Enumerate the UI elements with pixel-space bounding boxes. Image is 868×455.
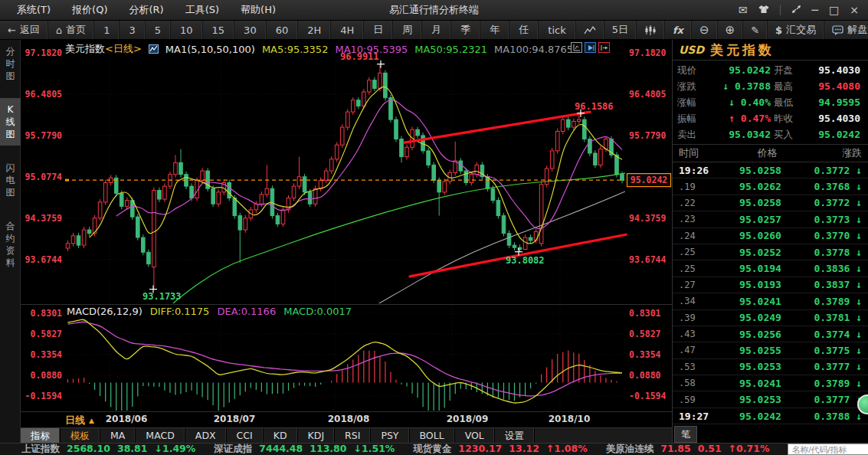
ticker-name: 美原油连续 xyxy=(606,443,654,455)
indicator-tab-MA[interactable]: MA xyxy=(100,428,136,443)
tape-row-14[interactable]: .5995.02530.3777 ↓ xyxy=(673,391,868,408)
tab-pen[interactable]: 笔 xyxy=(674,426,697,443)
mail-icon[interactable]: ✉ xyxy=(739,5,748,15)
menu-1[interactable]: 报价(Q) xyxy=(63,1,116,19)
arrow-down-icon: ↓ xyxy=(856,263,862,274)
skin-icon[interactable] xyxy=(758,5,769,15)
tape-row-9[interactable]: .3995.02490.3781 ↓ xyxy=(673,310,868,326)
tape-change: 0.3775 ↓ xyxy=(798,345,862,356)
tape-row-3[interactable]: .2395.02570.3773 ↓ xyxy=(673,211,868,228)
indicator-tab-VOL[interactable]: VOL xyxy=(455,428,495,443)
period-button-1[interactable]: 1 xyxy=(94,21,120,39)
tape-row-2[interactable]: .2295.02580.3772 ↓ xyxy=(673,195,868,211)
period-label: 月 xyxy=(431,23,441,37)
period-button-5[interactable]: 5 xyxy=(146,21,171,39)
fx-trade-button[interactable]: $ 汇交易 xyxy=(768,21,824,39)
indicator-tab-模板[interactable]: 模板 xyxy=(61,428,100,443)
search-input[interactable] xyxy=(788,444,868,455)
period-button-月[interactable]: 月 xyxy=(422,21,451,39)
back-button[interactable]: ← 返回 xyxy=(0,21,48,39)
tape-row-12[interactable]: .5395.02530.3777 ↓ xyxy=(673,359,868,375)
svg-text:-0.1594: -0.1594 xyxy=(25,391,63,401)
tape-row-1[interactable]: .1995.02620.3768 ↓ xyxy=(673,178,868,195)
zoom-in-button[interactable]: ⊕ xyxy=(718,21,744,39)
tape-time: .34 xyxy=(679,296,723,306)
indicator-tab-KD[interactable]: KD xyxy=(264,428,298,443)
home-button[interactable]: ⌂ 首页 xyxy=(48,21,94,39)
quote-label-0: 现价 xyxy=(677,62,709,78)
tape-row-15[interactable]: 19:2795.02420.3788 ↓ xyxy=(673,408,868,424)
tape-time: .53 xyxy=(679,362,723,372)
indicator-tab-RSI[interactable]: RSI xyxy=(335,428,371,443)
minimize-icon[interactable]: ─ xyxy=(812,5,818,15)
tape-row-11[interactable]: .4795.02550.3775 ↓ xyxy=(673,342,868,358)
candlestick-chart[interactable]: 97.182097.182096.480596.480595.779095.77… xyxy=(21,40,672,427)
menu-3[interactable]: 工具(S) xyxy=(176,1,228,19)
sidebar-item-1[interactable]: K 线 图 xyxy=(0,98,21,146)
close-icon[interactable]: × xyxy=(850,5,859,15)
period-button-15[interactable]: 15 xyxy=(203,21,235,39)
sidebar-item-2[interactable]: 闪 电 图 xyxy=(0,156,21,204)
period-button-任[interactable]: 任 xyxy=(509,21,539,39)
period-button-2H[interactable]: 2H xyxy=(298,21,331,39)
play-forward-icon[interactable] xyxy=(585,42,596,53)
zoom-out-button[interactable]: ⊖ xyxy=(692,21,718,39)
indicator-tab-BOLL[interactable]: BOLL xyxy=(410,428,455,443)
period-button-季[interactable]: 季 xyxy=(451,21,480,39)
tape-change: 0.3774 ↓ xyxy=(798,329,862,340)
svg-text:96.4805: 96.4805 xyxy=(629,89,667,100)
period-button-tick[interactable]: tick xyxy=(539,21,575,39)
sidebar-item-0[interactable]: 分 时 图 xyxy=(0,40,21,87)
menu-2[interactable]: 分析(R) xyxy=(120,1,172,19)
exit-right-icon[interactable] xyxy=(598,42,610,53)
tape-row-13[interactable]: .5895.02410.3789 ↓ xyxy=(673,375,868,391)
tape-row-7[interactable]: .2795.01930.3837 ↓ xyxy=(673,277,868,293)
tape-row-0[interactable]: 19:2695.02580.3772 ↓ xyxy=(673,162,868,178)
period-button-10[interactable]: 10 xyxy=(171,21,203,39)
tape-change: 0.3778 ↓ xyxy=(798,247,862,258)
period-label: 30 xyxy=(244,25,257,36)
candlestick-button[interactable] xyxy=(637,21,665,39)
timeframe-label[interactable]: 日线 ▲ xyxy=(65,414,94,427)
terminal-window: 系统(T)报价(Q)分析(R)工具(S)帮助(H) 易汇通行情分析终端 ✉─□×… xyxy=(0,0,868,455)
period-button-60[interactable]: 60 xyxy=(267,21,299,39)
tape-row-8[interactable]: .3495.02410.3789 ↓ xyxy=(673,293,868,309)
fx-button[interactable]: fx xyxy=(665,21,692,39)
indicator-tab-ADX[interactable]: ADX xyxy=(185,428,227,443)
tape-row-6[interactable]: .2595.01940.3836 ↓ xyxy=(673,260,868,277)
tape-header: 时间价格涨跌 xyxy=(673,144,868,162)
area-chart-button[interactable] xyxy=(576,21,604,39)
period-button-日[interactable]: 日 xyxy=(364,21,393,39)
five-day-button[interactable]: 5日 xyxy=(604,21,637,39)
quote-value-8: 95.0342 xyxy=(709,126,774,142)
indicator-tab-KDJ[interactable]: KDJ xyxy=(298,428,336,443)
indicator-tab-MACD[interactable]: MACD xyxy=(136,428,185,443)
period-button-周[interactable]: 周 xyxy=(393,21,422,39)
tape-time: .25 xyxy=(679,264,723,274)
indicator-tab-CCI[interactable]: CCI xyxy=(227,428,264,443)
tape-row-10[interactable]: .4395.02560.3774 ↓ xyxy=(673,326,868,342)
chat-icon xyxy=(832,25,843,35)
menu-4[interactable]: 帮助(H) xyxy=(231,1,285,19)
tape-row-4[interactable]: .2495.02600.3770 ↓ xyxy=(673,228,868,244)
quote-value-6: ↑ 0.47% xyxy=(709,110,774,126)
period-button-4H[interactable]: 4H xyxy=(331,21,364,39)
sidebar-item-3[interactable]: 合 约 资 料 xyxy=(0,214,21,274)
indicator-tab-设置[interactable]: 设置 xyxy=(495,428,535,443)
menu-0[interactable]: 系统(T) xyxy=(8,1,60,19)
indicator-tab-指标[interactable]: 指标 xyxy=(21,428,61,443)
period-button-3[interactable]: 3 xyxy=(120,21,145,39)
restore-icon[interactable] xyxy=(791,5,801,15)
tape-time: .58 xyxy=(679,378,723,388)
chart-area[interactable]: 97.182097.182096.480596.480595.779095.77… xyxy=(21,40,672,427)
draw-button[interactable]: ✎ xyxy=(743,21,768,39)
axis-settings-icon[interactable] xyxy=(571,42,582,53)
period-button-30[interactable]: 30 xyxy=(234,21,267,39)
tape-time: .39 xyxy=(679,313,723,323)
indicator-tab-PSY[interactable]: PSY xyxy=(371,428,409,443)
maximize-icon[interactable]: □ xyxy=(829,5,839,15)
ticker-change: 113.80 xyxy=(310,443,346,455)
tape-row-5[interactable]: .2595.02520.3778 ↓ xyxy=(673,244,868,260)
commentary-button[interactable]: 解盘 xyxy=(824,21,868,39)
period-button-年[interactable]: 年 xyxy=(480,21,509,39)
